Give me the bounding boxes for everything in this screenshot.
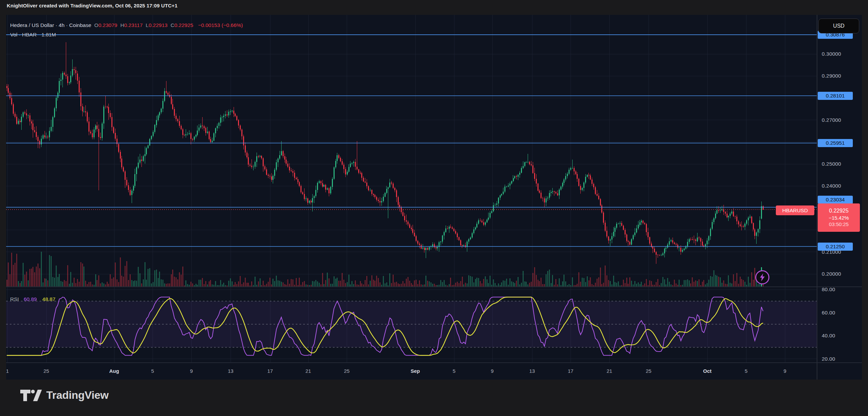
tradingview-screenshot: KnightOliver created with TradingView.co…	[0, 0, 868, 416]
rsi-ma-value: 48.87	[42, 296, 55, 302]
price-tick-label: 0.20000	[822, 271, 841, 277]
time-tick-label: 5	[151, 368, 154, 374]
time-tick-label: 9	[784, 368, 786, 374]
time-tick-label: 5	[745, 368, 747, 374]
last-price-label[interactable]: 0.22925 −15.42% 03:50:25	[818, 203, 860, 232]
currency-toggle-button[interactable]: USD	[818, 19, 859, 33]
price-axis[interactable]: 0.300000.290000.270000.250000.240000.220…	[817, 15, 862, 380]
ohlc-key: C	[170, 22, 174, 28]
rsi-tick-label: 20.00	[822, 356, 835, 362]
bar-countdown: 03:50:25	[829, 221, 848, 228]
ohlc-value: 0.22913	[149, 22, 167, 28]
tradingview-logo-icon	[20, 390, 42, 401]
rsi-band	[6, 301, 817, 348]
rsi-label: RSI	[10, 296, 19, 302]
symbol-title: Hedera / US Dollar · 4h · Coinbase	[10, 22, 91, 28]
volume-legend[interactable]: Vol · HBAR 1.81M	[10, 32, 56, 38]
time-tick-label: 9	[190, 368, 193, 374]
time-tick-label: 25	[646, 368, 652, 374]
attribution-text: KnightOliver created with TradingView.co…	[7, 3, 178, 8]
time-tick-label: 17	[267, 368, 273, 374]
volume-value: 1.81M	[42, 32, 56, 37]
time-tick-label: Sep	[411, 368, 420, 374]
instant-order-button[interactable]	[755, 270, 769, 284]
volume-bars	[6, 252, 764, 287]
ohlc-value: 0.22925	[174, 22, 193, 28]
ohlc-key: H	[120, 22, 124, 28]
price-tick-label: 0.29000	[822, 73, 841, 79]
ohlc-value: 0.23117	[124, 22, 143, 28]
last-price-value: 0.22925	[829, 207, 849, 215]
alert-level-label[interactable]: 0.25951	[818, 139, 853, 147]
rsi-tick-label: 80.00	[822, 286, 835, 293]
time-tick-label: 9	[491, 368, 494, 374]
time-tick-label: 5	[453, 368, 455, 374]
price-tick-label: 0.30000	[822, 51, 841, 57]
rsi-legend[interactable]: RSI 60.89 48.87	[10, 296, 55, 302]
alert-level-label[interactable]: 0.28101	[818, 92, 853, 100]
symbol-legend[interactable]: Hedera / US Dollar · 4h · CoinbaseO0.230…	[10, 22, 243, 28]
time-tick-label: Oct	[703, 368, 711, 374]
price-tick-label: 0.25000	[822, 161, 841, 167]
price-tick-label: 0.24000	[822, 183, 841, 189]
ohlc-key: O	[94, 22, 98, 28]
chart-canvas[interactable]	[6, 15, 862, 380]
tradingview-logo-text: TradingView	[46, 389, 109, 401]
rsi-tick-label: 60.00	[822, 310, 835, 316]
time-tick-label: 17	[568, 368, 574, 374]
rsi-value: 60.89	[24, 296, 37, 302]
ohlc-value: 0.23079	[98, 22, 117, 28]
time-tick-label: 25	[344, 368, 350, 374]
currency-label: USD	[833, 23, 845, 29]
alert-level-label[interactable]: 0.23034	[818, 196, 853, 204]
last-price-change: −15.42%	[829, 215, 849, 221]
lightning-icon	[759, 273, 766, 281]
time-tick-label: 13	[529, 368, 535, 374]
alert-level-lines[interactable]	[6, 35, 817, 247]
volume-label: Vol · HBAR	[10, 32, 36, 37]
time-tick-label: 21	[306, 368, 311, 374]
symbol-price-line-pill[interactable]: HBARUSD	[776, 205, 814, 215]
candlesticks	[6, 42, 764, 264]
time-tick-label: 1	[6, 368, 9, 374]
alert-level-label[interactable]: 0.21250	[818, 243, 853, 251]
time-tick-label: 25	[44, 368, 49, 374]
time-tick-label: Aug	[109, 368, 119, 374]
ohlc-key: L	[146, 22, 149, 28]
change-value: −0.00153 (−0.66%)	[198, 22, 243, 28]
tradingview-logo[interactable]: TradingView	[20, 389, 109, 401]
symbol-pill-text: HBARUSD	[782, 207, 808, 214]
rsi-tick-label: 40.00	[822, 333, 835, 339]
time-tick-label: 21	[607, 368, 612, 374]
footer-bar: TradingView	[0, 380, 868, 416]
price-tick-label: 0.27000	[822, 117, 841, 123]
chart-panel[interactable]: Hedera / US Dollar · 4h · CoinbaseO0.230…	[6, 15, 862, 380]
time-tick-label: 13	[228, 368, 234, 374]
